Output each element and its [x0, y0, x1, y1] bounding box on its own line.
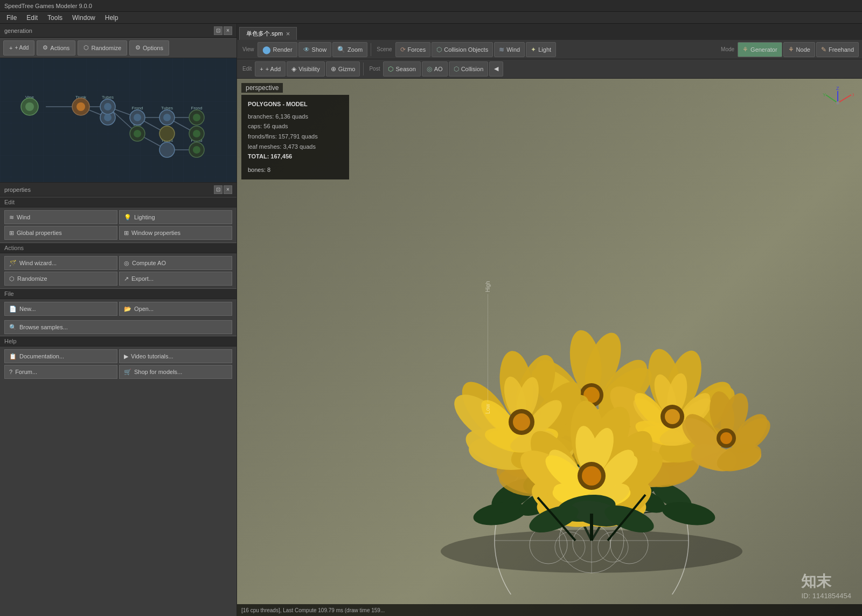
collision-objects-button[interactable]: ⬡ Collision Objects: [432, 42, 493, 57]
actions-button[interactable]: ⚙ Actions: [37, 40, 75, 56]
wizard-icon: 🪄: [9, 260, 17, 267]
export-button[interactable]: ↗ Export...: [119, 272, 232, 286]
freehand-button[interactable]: ✎ Freehand: [816, 42, 859, 57]
file-tab-close[interactable]: ×: [286, 30, 290, 38]
generator-button[interactable]: ⚘ Generator: [738, 42, 782, 57]
svg-point-34: [25, 102, 34, 111]
ao-button[interactable]: ◎ AO: [422, 61, 448, 77]
generation-toolbar: + + Add ⚙ Actions ⬡ Randomize ⚙ Options: [0, 38, 237, 58]
collision-button[interactable]: ⬡ Collision: [449, 61, 489, 77]
viewport-area: 单色多个.spm × View ⬤ Render 👁 Show 🔍 Zoom S…: [237, 24, 862, 616]
menu-help[interactable]: Help: [101, 13, 123, 23]
viewport[interactable]: perspective POLYGONS - MODEL branches: 6…: [237, 79, 862, 616]
lighting-button[interactable]: 💡 Lighting: [119, 210, 232, 224]
actions-section-header: Actions: [0, 243, 237, 253]
randomize-icon: ⬡: [84, 44, 89, 51]
forces-button[interactable]: ⟳ Forces: [395, 42, 431, 57]
props-float-btn[interactable]: ⊡: [214, 185, 223, 194]
add-vp-button[interactable]: + + Add: [255, 61, 286, 77]
props-close-btn[interactable]: ×: [224, 185, 232, 194]
menu-window[interactable]: Window: [68, 13, 100, 23]
svg-point-30: [159, 142, 175, 157]
axis-indicator: X Y Z: [822, 87, 854, 119]
global-properties-button[interactable]: ⊞ Global properties: [4, 226, 117, 240]
poly-caps: caps: 56 quads: [248, 121, 343, 131]
file-tab-name: 单色多个.spm: [246, 30, 283, 38]
help-buttons: 📋 Documentation... ▶ Video tutorials... …: [0, 347, 237, 382]
sep1: [371, 43, 371, 56]
new-icon: 📄: [9, 306, 17, 313]
randomize-icon: ⬡: [9, 275, 15, 282]
show-icon: 👁: [303, 46, 310, 53]
wind-wizard-button[interactable]: 🪄 Wind wizard...: [4, 256, 117, 270]
back-button[interactable]: ◀: [489, 61, 503, 77]
render-icon: ⬤: [262, 45, 271, 54]
svg-point-189: [720, 432, 732, 444]
menu-file[interactable]: File: [2, 13, 21, 23]
file-buttons: 📄 New... 📂 Open...: [0, 299, 237, 319]
render-button[interactable]: ⬤ Render: [258, 42, 297, 57]
generation-panel: generation ⊡ × + + Add ⚙ Actions ⬡: [0, 24, 237, 183]
file-section-header: File: [0, 288, 237, 299]
open-button[interactable]: 📂 Open...: [119, 302, 232, 316]
view-scene-toolbar: View ⬤ Render 👁 Show 🔍 Zoom Scene ⟳ Forc…: [237, 40, 862, 59]
add-button[interactable]: + + Add: [3, 40, 34, 56]
svg-line-198: [826, 95, 838, 103]
wind-icon: ≋: [9, 214, 14, 221]
svg-text:✱: ✱: [0, 58, 2, 59]
panel-float-btn[interactable]: ⊡: [214, 26, 223, 35]
menu-tools[interactable]: Tools: [43, 13, 67, 23]
node-canvas-svg: Vine Trunk Tubes Frond Tubes Frond Leaf …: [0, 58, 237, 182]
panel-close-btn[interactable]: ×: [224, 26, 232, 35]
options-button[interactable]: ⚙ Options: [129, 40, 169, 56]
svg-point-28: [159, 126, 175, 141]
main-layout: generation ⊡ × + + Add ⚙ Actions ⬡: [0, 24, 862, 616]
generator-icon: ⚘: [742, 46, 748, 53]
browse-samples-row: 🔍 Browse samples...: [0, 319, 237, 336]
svg-point-39: [134, 130, 141, 137]
poly-total: TOTAL: 167,456: [248, 151, 343, 162]
options-icon: ⚙: [135, 44, 141, 51]
freehand-icon: ✎: [821, 46, 826, 53]
new-button[interactable]: 📄 New...: [4, 302, 117, 316]
svg-point-36: [104, 114, 112, 121]
gizmo-button[interactable]: ⊕ Gizmo: [326, 61, 360, 77]
scene-label: Scene: [374, 46, 394, 52]
file-tab-active[interactable]: 单色多个.spm ×: [239, 27, 297, 40]
props-panel-controls: ⊡ ×: [214, 185, 232, 194]
wind-button[interactable]: ≋ Wind: [4, 210, 117, 224]
wind-scene-button[interactable]: ≋ Wind: [494, 42, 525, 57]
randomize-props-button[interactable]: ⬡ Randomize: [4, 272, 117, 286]
shop-button[interactable]: 🛒 Shop for models...: [119, 365, 232, 379]
season-button[interactable]: ⬡ Season: [383, 61, 420, 77]
svg-point-42: [193, 130, 200, 137]
show-button[interactable]: 👁 Show: [298, 42, 332, 57]
view-label: View: [240, 46, 256, 52]
menu-edit[interactable]: Edit: [22, 13, 42, 23]
watermark-brand: 知末: [801, 571, 851, 592]
compute-ao-button[interactable]: ◎ Compute AO: [119, 256, 232, 270]
svg-point-155: [665, 409, 680, 424]
lighting-icon: 💡: [124, 214, 131, 221]
actions-buttons: 🪄 Wind wizard... ◎ Compute AO ⬡ Randomiz…: [0, 253, 237, 288]
randomize-button[interactable]: ⬡ Randomize: [78, 40, 127, 56]
zoom-button[interactable]: 🔍 Zoom: [332, 42, 367, 57]
window-properties-button[interactable]: ⊞ Window properties: [119, 226, 232, 240]
ao-icon: ◎: [427, 65, 432, 73]
light-button[interactable]: ✦ Light: [526, 42, 556, 57]
visibility-button[interactable]: ◈ Visibility: [287, 61, 325, 77]
forum-button[interactable]: ? Forum...: [4, 365, 117, 379]
gizmo-icon: ⊕: [331, 65, 336, 73]
file-tab-bar: 单色多个.spm ×: [237, 24, 862, 40]
wind-scene-icon: ≋: [499, 46, 504, 53]
compute-icon: ◎: [124, 260, 129, 267]
node-graph[interactable]: Vine Trunk Tubes Frond Tubes Frond Leaf …: [0, 58, 237, 182]
documentation-button[interactable]: 📋 Documentation...: [4, 349, 117, 363]
edit-post-toolbar: Edit + + Add ◈ Visibility ⊕ Gizmo Post ⬡…: [237, 59, 862, 79]
node-mode-button[interactable]: ⚘ Node: [783, 42, 815, 57]
properties-title: properties: [4, 186, 31, 193]
left-panel: generation ⊡ × + + Add ⚙ Actions ⬡: [0, 24, 237, 616]
browse-samples-button[interactable]: 🔍 Browse samples...: [4, 320, 232, 334]
poly-leaf: leaf meshes: 3,473 quads: [248, 142, 343, 152]
video-tutorials-button[interactable]: ▶ Video tutorials...: [119, 349, 232, 363]
